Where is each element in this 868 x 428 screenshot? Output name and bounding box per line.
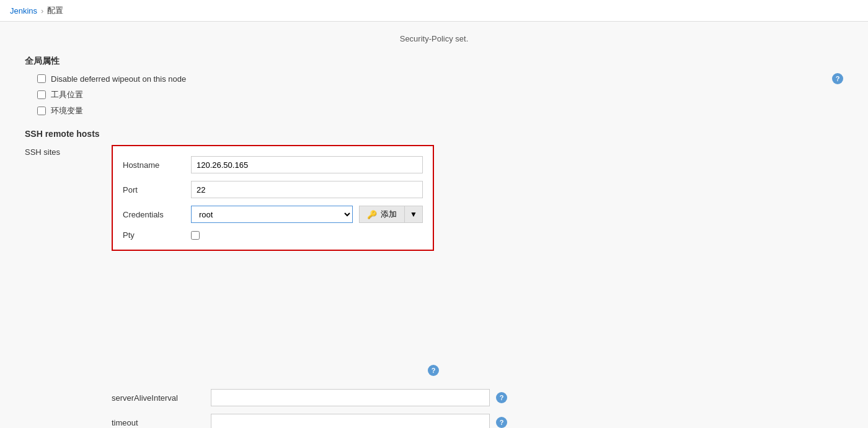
global-properties-section: Disable deferred wipeout on this node ? …: [37, 73, 843, 116]
ssh-remote-hosts-title: SSH remote hosts: [25, 129, 843, 139]
checkbox-disable-wipeout[interactable]: Disable deferred wipeout on this node ?: [37, 73, 843, 84]
breadcrumb-home[interactable]: Jenkins: [10, 6, 37, 15]
credentials-label: Credentials: [123, 210, 185, 219]
checkbox-env-vars[interactable]: 环境变量: [37, 105, 843, 116]
port-input[interactable]: [191, 181, 423, 198]
disable-wipeout-checkbox[interactable]: [37, 74, 46, 83]
timeout-input[interactable]: [211, 414, 490, 428]
tool-location-label: 工具位置: [51, 89, 83, 100]
timeout-help-icon[interactable]: ?: [496, 417, 507, 428]
hostname-row: Hostname: [123, 156, 423, 173]
ssh-sites-label: SSH sites: [25, 145, 99, 157]
breadcrumb-separator: ›: [41, 6, 43, 15]
pty-label: Pty: [123, 230, 185, 240]
add-credentials-arrow-button[interactable]: ▼: [404, 206, 423, 223]
env-vars-checkbox[interactable]: [37, 107, 46, 115]
env-vars-label: 环境变量: [51, 105, 83, 116]
breadcrumb: Jenkins › 配置: [0, 0, 868, 22]
credentials-select[interactable]: root: [191, 206, 353, 223]
pty-row: Pty: [123, 230, 423, 240]
global-properties-title: 全局属性: [25, 56, 843, 67]
ssh-site-card: Hostname Port Credentials root: [112, 145, 434, 251]
ssh-top-row: SSH sites Hostname Port Crede: [25, 145, 843, 379]
hostname-label: Hostname: [123, 160, 185, 170]
tool-location-checkbox[interactable]: [37, 90, 46, 99]
server-alive-help-icon[interactable]: ?: [496, 392, 507, 403]
below-card-fields: serverAliveInterval ? timeout ? Ch: [112, 389, 843, 428]
add-credentials-group: 🔑 添加 ▼: [359, 206, 423, 223]
port-row: Port: [123, 181, 423, 198]
key-icon: 🔑: [367, 210, 377, 219]
security-policy-text: Security-Policy set.: [25, 34, 843, 43]
checkbox-tool-location[interactable]: 工具位置: [37, 89, 843, 100]
add-credentials-button[interactable]: 🔑 添加: [359, 206, 404, 223]
server-alive-row: serverAliveInterval ?: [112, 389, 843, 406]
add-credentials-label: 添加: [381, 209, 397, 220]
pty-help-icon[interactable]: ?: [428, 365, 439, 376]
disable-wipeout-help-icon[interactable]: ?: [832, 73, 843, 84]
server-alive-input[interactable]: [211, 389, 490, 406]
disable-wipeout-label: Disable deferred wipeout on this node: [51, 74, 186, 84]
ssh-remote-hosts-section: SSH remote hosts SSH sites Hostname Port: [25, 129, 843, 428]
credentials-row: Credentials root 🔑 添加 ▼: [123, 206, 423, 223]
hostname-input[interactable]: [191, 156, 423, 173]
chevron-down-icon: ▼: [410, 210, 417, 219]
timeout-label: timeout: [112, 418, 205, 427]
port-label: Port: [123, 185, 185, 194]
breadcrumb-current: 配置: [47, 5, 63, 16]
server-alive-label: serverAliveInterval: [112, 393, 205, 403]
pty-checkbox[interactable]: [191, 231, 200, 240]
timeout-row: timeout ?: [112, 414, 843, 428]
